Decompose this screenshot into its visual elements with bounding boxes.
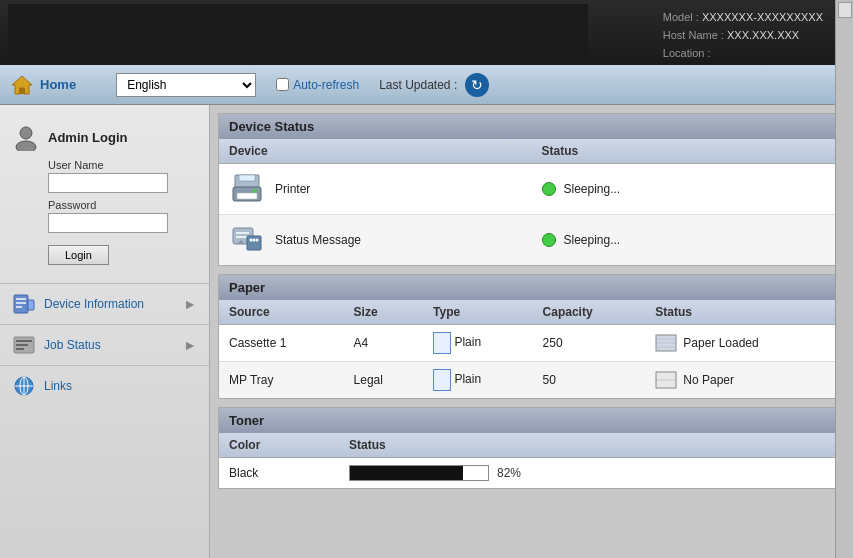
toner-body: Color Status Black [219, 433, 844, 488]
paper-section: Paper Source Size Type Capacity Status [218, 274, 845, 399]
home-icon [10, 73, 34, 97]
login-button[interactable]: Login [48, 245, 109, 265]
status-message-text: Sleeping... [564, 233, 621, 247]
col-toner-color: Color [219, 433, 339, 458]
status-message-dot [542, 233, 556, 247]
paper-loaded-icon [655, 334, 677, 352]
device-information-icon [12, 292, 36, 316]
no-paper-icon [655, 371, 677, 389]
job-status-icon [12, 333, 36, 357]
sidebar-job-status-label: Job Status [44, 338, 101, 352]
scrollbar[interactable] [835, 0, 853, 558]
location-label: Location : [663, 47, 711, 59]
paper-status-nopaper: No Paper [645, 362, 844, 399]
username-label: User Name [48, 159, 197, 171]
table-row: Printer Sleeping... [219, 164, 844, 215]
username-input[interactable] [48, 173, 168, 193]
admin-login-heading: Admin Login [48, 130, 127, 145]
auto-refresh-label: Auto-refresh [293, 78, 359, 92]
paper-type-plain2: Plain [423, 362, 533, 399]
job-status-arrow-icon: ► [183, 337, 197, 353]
printer-status-text: Sleeping... [564, 182, 621, 196]
col-toner-status: Status [339, 433, 844, 458]
table-row: MP Tray Legal Plain 50 [219, 362, 844, 399]
svg-rect-20 [237, 193, 257, 199]
device-status-section: Device Status Device Status [218, 113, 845, 266]
status-message-icon [229, 222, 265, 258]
paper-status-loaded: Paper Loaded [645, 325, 844, 362]
paper-size-a4: A4 [344, 325, 423, 362]
top-info: Model : XXXXXXX-XXXXXXXXX Host Name : XX… [663, 8, 823, 62]
col-status: Status [532, 139, 845, 164]
svg-point-29 [256, 239, 259, 242]
svg-rect-6 [16, 302, 26, 304]
password-label: Password [48, 199, 197, 211]
svg-rect-18 [239, 175, 255, 181]
device-status-header: Device Status [219, 114, 844, 139]
svg-rect-10 [16, 340, 32, 342]
last-updated-label: Last Updated : [379, 78, 457, 92]
toner-rows: Black 82% [219, 458, 844, 489]
svg-rect-26 [247, 236, 261, 250]
hostname-label: Host Name : [663, 29, 724, 41]
col-size: Size [344, 300, 423, 325]
col-type: Type [423, 300, 533, 325]
table-row: Status Message Sleeping... [219, 215, 844, 266]
table-row: Cassette 1 A4 Plain 250 [219, 325, 844, 362]
paper-rows: Cassette 1 A4 Plain 250 [219, 325, 844, 399]
svg-rect-1 [19, 88, 25, 94]
paper-table: Source Size Type Capacity Status Cassett… [219, 300, 844, 398]
svg-point-2 [20, 127, 32, 139]
password-input[interactable] [48, 213, 168, 233]
table-row: Black 82% [219, 458, 844, 489]
toner-section: Toner Color Status Black [218, 407, 845, 489]
svg-rect-5 [16, 298, 26, 300]
model-label: Model : [663, 11, 699, 23]
admin-login-panel: Admin Login User Name Password Login [0, 115, 209, 273]
toner-color-black: Black [219, 458, 339, 489]
paper-capacity-50: 50 [533, 362, 646, 399]
svg-rect-7 [16, 306, 22, 308]
paper-header: Paper [219, 275, 844, 300]
sidebar: Admin Login User Name Password Login [0, 105, 210, 558]
paper-sheet-icon [433, 332, 451, 354]
model-value: XXXXXXX-XXXXXXXXX [702, 11, 823, 23]
admin-icon [12, 123, 40, 151]
paper-size-legal: Legal [344, 362, 423, 399]
svg-point-27 [250, 239, 253, 242]
content-area: Device Status Device Status [210, 105, 853, 558]
col-paper-status: Status [645, 300, 844, 325]
sidebar-item-device-information[interactable]: Device Information ► [0, 283, 209, 324]
col-capacity: Capacity [533, 300, 646, 325]
printer-icon [229, 171, 265, 207]
refresh-button[interactable]: ↻ [465, 73, 489, 97]
toner-bar-container: 82% [349, 465, 834, 481]
device-status-rows: Printer Sleeping... [219, 164, 844, 266]
home-link[interactable]: Home [10, 73, 76, 97]
device-status-body: Device Status [219, 139, 844, 265]
printer-name: Printer [275, 182, 310, 196]
sidebar-links-label: Links [44, 379, 72, 393]
paper-type-plain1: Plain [423, 325, 533, 362]
toner-percent-label: 82% [497, 466, 521, 480]
toner-header: Toner [219, 408, 844, 433]
home-label: Home [40, 77, 76, 92]
svg-rect-12 [16, 348, 24, 350]
auto-refresh-area: Auto-refresh [276, 78, 359, 92]
paper-sheet-icon2 [433, 369, 451, 391]
sidebar-item-links[interactable]: Links [0, 365, 209, 406]
links-icon [12, 374, 36, 398]
col-source: Source [219, 300, 344, 325]
sidebar-item-job-status[interactable]: Job Status ► [0, 324, 209, 365]
language-select[interactable]: English Japanese German French [116, 73, 256, 97]
toner-bar-fill [350, 466, 463, 480]
device-info-arrow-icon: ► [183, 296, 197, 312]
svg-point-3 [16, 141, 36, 151]
scrollbar-thumb[interactable] [838, 2, 852, 18]
password-group: Password [48, 199, 197, 233]
svg-point-21 [253, 189, 257, 193]
main-layout: Admin Login User Name Password Login [0, 105, 853, 558]
top-logo-area [8, 4, 588, 61]
auto-refresh-checkbox[interactable] [276, 78, 289, 91]
last-updated-area: Last Updated : ↻ [379, 73, 489, 97]
